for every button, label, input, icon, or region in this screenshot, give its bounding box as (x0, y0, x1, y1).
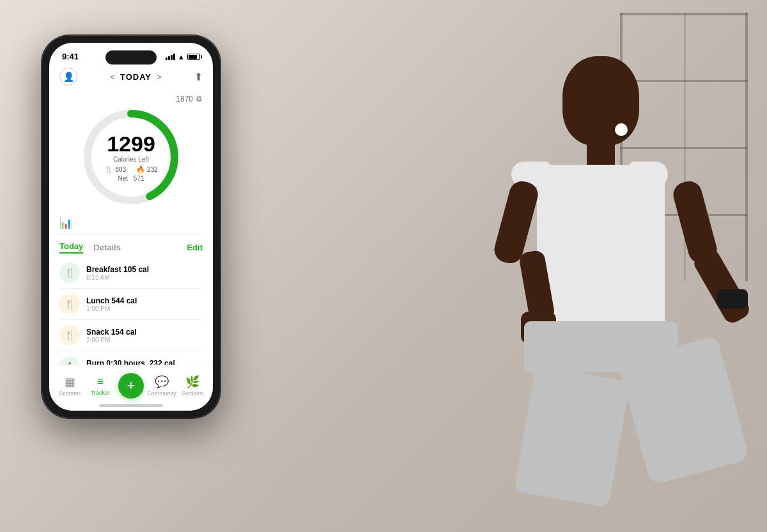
meal-icon-snack: 🍴 (59, 325, 80, 346)
food-macro: 🍴 803 (104, 165, 126, 174)
phone-screen: 9:41 ▲ 👤 (49, 43, 213, 411)
meal-name-breakfast: Breakfast 105 cal (86, 265, 149, 274)
calorie-ring: 1299 Calories Left 🍴 803 🔥 232 (80, 106, 182, 208)
nav-center: < TODAY > (110, 72, 161, 82)
meal-item-snack[interactable]: 🍴 Snack 154 cal 2:00 PM (59, 320, 203, 351)
status-icons: ▲ (166, 53, 200, 61)
man-leg-right (618, 336, 750, 486)
tab-today[interactable]: Today (59, 241, 83, 254)
man-torso (537, 165, 665, 331)
add-button[interactable]: + (118, 373, 144, 399)
nav-item-add[interactable]: + (116, 373, 146, 399)
burn-value: 232 (147, 166, 158, 173)
recipes-label: Recipes (182, 390, 203, 397)
meal-time-snack: 2:00 PM (86, 337, 137, 344)
man-shoulder-right (630, 162, 668, 187)
divider-1 (59, 234, 203, 235)
tabs-row: Today Details Edit (49, 238, 213, 257)
user-avatar[interactable]: 👤 (59, 68, 77, 86)
meal-name-lunch: Lunch 544 cal (86, 296, 137, 305)
fork-icon: 🍴 (104, 165, 113, 174)
tracker-icon: ≡ (97, 375, 104, 388)
man-earphone (615, 123, 628, 136)
tab-details[interactable]: Details (93, 243, 121, 252)
nav-item-community[interactable]: 💬 Community (146, 375, 177, 397)
home-indicator (99, 404, 163, 407)
nav-item-recipes[interactable]: 🌿 Recipes (177, 375, 208, 397)
chart-row: 📊 (49, 215, 213, 232)
meal-item-breakfast[interactable]: 🍴 Breakfast 105 cal 8:15 AM (59, 257, 203, 289)
ring-center: 1299 Calories Left 🍴 803 🔥 232 (104, 133, 157, 182)
nav-item-scanner[interactable]: ▦ Scanner (54, 375, 85, 397)
signal-icon (166, 54, 175, 60)
calories-left-number: 1299 (107, 133, 155, 155)
meal-list: 🍴 Breakfast 105 cal 8:15 AM 🍴 Lunch 544 … (49, 257, 213, 383)
calorie-goal: 1870 (176, 95, 193, 103)
battery-icon (187, 54, 200, 60)
tracker-label: Tracker (91, 390, 110, 396)
meal-time-lunch: 1:00 PM (86, 305, 137, 312)
meal-name-snack: Snack 154 cal (86, 328, 137, 337)
nav-back-arrow[interactable]: < (110, 72, 115, 82)
meal-item-lunch[interactable]: 🍴 Lunch 544 cal 1:00 PM (59, 289, 203, 320)
chart-icon[interactable]: 📊 (59, 217, 72, 229)
macro-row: 🍴 803 🔥 232 (104, 165, 157, 174)
nav-item-tracker[interactable]: ≡ Tracker (85, 375, 116, 396)
meal-time-breakfast: 8:15 AM (86, 274, 149, 281)
scanner-icon: ▦ (65, 375, 75, 389)
net-row: Net 571 (118, 175, 144, 182)
share-icon[interactable]: ⬆ (194, 71, 203, 83)
food-value: 803 (115, 166, 126, 173)
phone-mockup: 9:41 ▲ 👤 (42, 35, 221, 418)
fire-icon: 🔥 (136, 165, 145, 174)
calories-left-label: Calories Left (113, 156, 149, 163)
man-leg-left (514, 365, 630, 507)
nav-title: TODAY (120, 72, 151, 82)
meal-info-breakfast: Breakfast 105 cal 8:15 AM (86, 265, 149, 281)
meal-icon-lunch: 🍴 (59, 294, 80, 314)
community-label: Community (147, 390, 176, 397)
meal-info-snack: Snack 154 cal 2:00 PM (86, 328, 137, 344)
wifi-icon: ▲ (178, 53, 185, 61)
scanner-label: Scanner (59, 390, 81, 397)
burn-macro: 🔥 232 (136, 165, 158, 174)
meal-info-lunch: Lunch 544 cal 1:00 PM (86, 296, 137, 312)
net-label: Net (118, 175, 128, 182)
phone-body: 9:41 ▲ 👤 (42, 35, 221, 418)
nav-forward-arrow[interactable]: > (157, 72, 162, 82)
settings-icon[interactable]: ⚙ (196, 95, 203, 103)
meal-icon-breakfast: 🍴 (59, 262, 80, 283)
tab-edit[interactable]: Edit (187, 243, 203, 252)
status-time: 9:41 (62, 52, 79, 61)
recipes-icon: 🌿 (185, 375, 199, 389)
net-value: 571 (134, 175, 144, 182)
man-wrist-watch (717, 289, 748, 308)
nav-header: 👤 < TODAY > ⬆ (49, 65, 213, 91)
goal-row: 1870 ⚙ (59, 95, 203, 103)
person-figure (288, 21, 767, 532)
man-forearm-right (691, 247, 752, 326)
calorie-section: 1870 ⚙ 1299 Calories Left (49, 91, 213, 215)
community-icon: 💬 (155, 375, 169, 389)
dynamic-island (105, 50, 157, 65)
man-head (562, 56, 639, 146)
